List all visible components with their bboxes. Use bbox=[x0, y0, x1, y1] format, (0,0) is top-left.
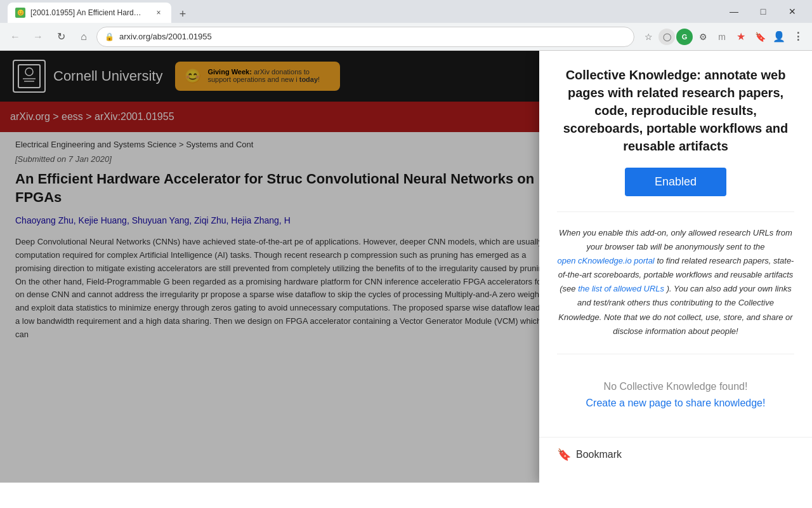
active-tab[interactable]: 😊 [2001.01955] An Efficient Hardw... × bbox=[8, 3, 171, 23]
desc-part1: When you enable this add-on, only allowe… bbox=[559, 228, 792, 251]
profile-icon[interactable]: 👤 bbox=[770, 28, 788, 46]
tab-favicon: 😊 bbox=[15, 8, 25, 18]
home-button[interactable]: ⌂ bbox=[74, 27, 94, 47]
chrome-menu-icon[interactable]: ⋮ bbox=[789, 28, 807, 46]
extension-icon-4[interactable]: m bbox=[713, 28, 731, 46]
url-text: arxiv.org/abs/2001.01955 bbox=[119, 32, 212, 41]
forward-button[interactable]: → bbox=[28, 27, 48, 47]
extension-icon-1[interactable]: ◯ bbox=[658, 29, 675, 45]
allowed-urls-link[interactable]: the list of allowed URLs bbox=[578, 284, 664, 293]
extension-icon-5[interactable]: ★ bbox=[732, 28, 750, 46]
lock-icon: 🔒 bbox=[105, 32, 114, 41]
extension-icon-6[interactable]: 🔖 bbox=[751, 28, 769, 46]
divider-1 bbox=[557, 211, 794, 212]
maximize-button[interactable]: □ bbox=[749, 1, 778, 22]
close-button[interactable]: ✕ bbox=[778, 1, 807, 22]
address-bar[interactable]: 🔒 arxiv.org/abs/2001.01955 bbox=[96, 27, 634, 47]
back-button[interactable]: ← bbox=[5, 27, 25, 47]
extension-icon-2[interactable]: G bbox=[676, 29, 693, 45]
close-icon[interactable]: × bbox=[154, 8, 164, 18]
divider-2 bbox=[557, 354, 794, 354]
portal-link[interactable]: open cKnowledge.io portal bbox=[558, 256, 655, 265]
no-knowledge-section: No Collective Knowledge found! Create a … bbox=[557, 368, 794, 422]
popup-overlay[interactable]: Collective Knowledge: annotate web pages… bbox=[0, 51, 812, 483]
bookmark-star-icon[interactable]: ☆ bbox=[639, 28, 657, 46]
tab-title: [2001.01955] An Efficient Hardw... bbox=[30, 8, 145, 17]
popup-description: When you enable this add-on, only allowe… bbox=[557, 226, 794, 338]
popup-panel: Collective Knowledge: annotate web pages… bbox=[539, 51, 812, 483]
popup-title: Collective Knowledge: annotate web pages… bbox=[557, 66, 794, 155]
create-page-link[interactable]: Create a new page to share knowledge! bbox=[570, 398, 782, 409]
reload-button[interactable]: ↻ bbox=[51, 27, 71, 47]
enabled-button[interactable]: Enabled bbox=[625, 168, 726, 196]
minimize-button[interactable]: — bbox=[719, 1, 749, 22]
no-knowledge-text: No Collective Knowledge found! bbox=[570, 381, 782, 392]
new-tab-button[interactable]: + bbox=[174, 5, 192, 23]
extension-icon-3[interactable]: ⚙ bbox=[694, 28, 712, 46]
bookmark-section: 🔖 Bookmark bbox=[539, 437, 812, 472]
bookmark-label: Bookmark bbox=[576, 449, 622, 460]
bookmark-icon: 🔖 bbox=[557, 448, 571, 462]
